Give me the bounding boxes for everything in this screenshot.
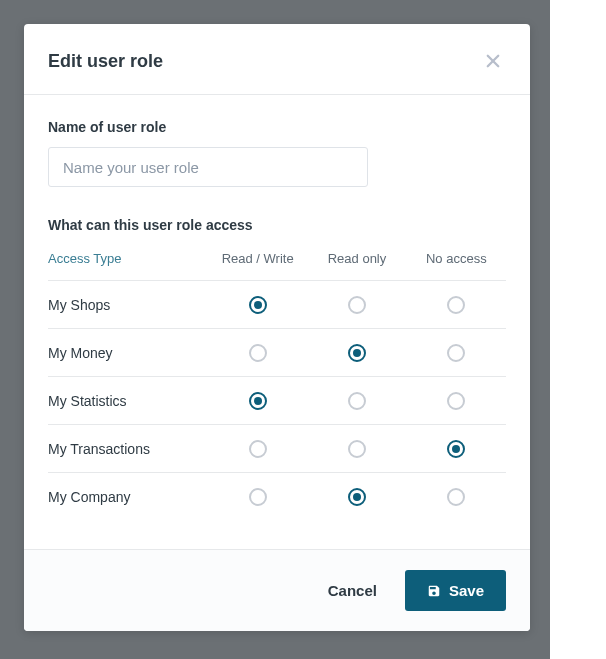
access-section-label: What can this user role access bbox=[48, 217, 506, 233]
save-button-label: Save bbox=[449, 582, 484, 599]
access-row-label: My Money bbox=[48, 345, 208, 361]
name-field-label: Name of user role bbox=[48, 119, 506, 135]
access-row-label: My Shops bbox=[48, 297, 208, 313]
table-row: My Statistics bbox=[48, 377, 506, 425]
radio-na[interactable] bbox=[447, 296, 465, 314]
radio-cell bbox=[307, 440, 406, 458]
access-table: Access Type Read / Write Read only No ac… bbox=[48, 251, 506, 521]
modal-header: Edit user role bbox=[24, 24, 530, 95]
table-row: My Shops bbox=[48, 281, 506, 329]
cancel-button[interactable]: Cancel bbox=[328, 582, 377, 599]
radio-cell bbox=[307, 344, 406, 362]
radio-cell bbox=[407, 392, 506, 410]
modal-footer: Cancel Save bbox=[24, 549, 530, 631]
modal-title: Edit user role bbox=[48, 51, 163, 72]
radio-cell bbox=[307, 296, 406, 314]
radio-ro[interactable] bbox=[348, 488, 366, 506]
radio-rw[interactable] bbox=[249, 440, 267, 458]
radio-rw[interactable] bbox=[249, 488, 267, 506]
column-no-access: No access bbox=[407, 251, 506, 266]
column-read-write: Read / Write bbox=[208, 251, 307, 266]
radio-na[interactable] bbox=[447, 440, 465, 458]
edit-user-role-modal: Edit user role Name of user role What ca… bbox=[24, 24, 530, 631]
radio-cell bbox=[407, 440, 506, 458]
radio-cell bbox=[208, 296, 307, 314]
role-name-input[interactable] bbox=[48, 147, 368, 187]
radio-cell bbox=[208, 344, 307, 362]
radio-rw[interactable] bbox=[249, 344, 267, 362]
radio-cell bbox=[407, 296, 506, 314]
radio-cell bbox=[307, 392, 406, 410]
access-row-label: My Transactions bbox=[48, 441, 208, 457]
radio-na[interactable] bbox=[447, 344, 465, 362]
save-icon bbox=[427, 584, 441, 598]
radio-cell bbox=[208, 488, 307, 506]
radio-cell bbox=[307, 488, 406, 506]
radio-na[interactable] bbox=[447, 488, 465, 506]
save-button[interactable]: Save bbox=[405, 570, 506, 611]
radio-ro[interactable] bbox=[348, 296, 366, 314]
radio-cell bbox=[407, 344, 506, 362]
radio-na[interactable] bbox=[447, 392, 465, 410]
radio-cell bbox=[407, 488, 506, 506]
close-icon bbox=[484, 52, 502, 70]
page-background-strip bbox=[550, 0, 606, 659]
table-row: My Company bbox=[48, 473, 506, 521]
column-read-only: Read only bbox=[307, 251, 406, 266]
table-row: My Money bbox=[48, 329, 506, 377]
radio-rw[interactable] bbox=[249, 296, 267, 314]
access-table-header: Access Type Read / Write Read only No ac… bbox=[48, 251, 506, 281]
radio-ro[interactable] bbox=[348, 344, 366, 362]
access-row-label: My Company bbox=[48, 489, 208, 505]
close-button[interactable] bbox=[480, 48, 506, 74]
access-row-label: My Statistics bbox=[48, 393, 208, 409]
table-row: My Transactions bbox=[48, 425, 506, 473]
radio-cell bbox=[208, 440, 307, 458]
radio-rw[interactable] bbox=[249, 392, 267, 410]
radio-ro[interactable] bbox=[348, 440, 366, 458]
column-access-type: Access Type bbox=[48, 251, 208, 266]
modal-body: Name of user role What can this user rol… bbox=[24, 95, 530, 549]
radio-ro[interactable] bbox=[348, 392, 366, 410]
radio-cell bbox=[208, 392, 307, 410]
